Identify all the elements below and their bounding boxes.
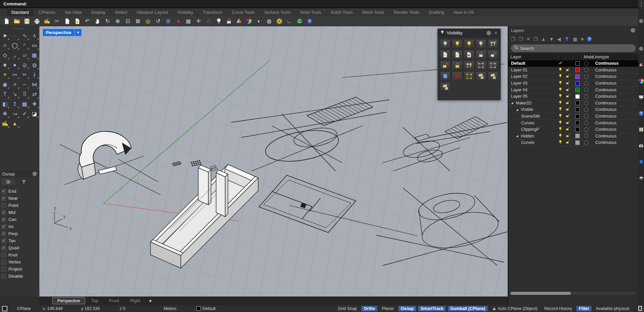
menu-tab-surface-tools[interactable]: Surface Tools <box>260 9 296 16</box>
zoom-window-icon[interactable]: ⊡ <box>124 17 132 25</box>
viewport-layout-icon[interactable]: ⊞ <box>164 17 172 25</box>
layer-lock-icon[interactable] <box>566 100 573 106</box>
layer-material-circle[interactable] <box>584 114 588 119</box>
save-icon[interactable] <box>23 17 31 25</box>
menu-tab-standard[interactable]: Standard <box>6 8 34 16</box>
visibility-state-b-button[interactable]: B <box>488 71 498 81</box>
move-up-icon[interactable]: ▲ <box>541 36 546 42</box>
viewport-title-label[interactable]: Perspective <box>43 29 74 36</box>
osnap-item-near[interactable]: ✓Near <box>1 195 39 202</box>
layer-color-swatch[interactable] <box>575 88 580 92</box>
hide-objects-button[interactable] <box>440 39 450 49</box>
layer-visibility-bulb-icon[interactable] <box>558 107 566 112</box>
select-locked-button[interactable] <box>488 61 498 70</box>
layer-material-circle[interactable] <box>584 81 588 86</box>
render-tab-icon[interactable] <box>639 57 644 73</box>
shaded-mode-icon[interactable]: ◐ <box>255 17 263 25</box>
layer-row-layer-02[interactable]: Layer 02Continuous <box>508 73 638 80</box>
solids-tool[interactable]: ◪ <box>30 109 39 119</box>
menu-tab-subd-tools[interactable]: SubD Tools <box>326 9 358 16</box>
circle-tool[interactable]: ○ <box>0 40 10 50</box>
layer-color-swatch[interactable] <box>575 74 580 79</box>
solid-tool[interactable]: ◧ <box>0 99 10 109</box>
curve-tool[interactable]: ∿ <box>20 31 30 40</box>
layer-row-layer-01[interactable]: Layer 01Continuous <box>508 67 638 74</box>
layer-row-make2d[interactable]: ◢Make2DContinuous <box>508 100 638 107</box>
layer-visibility-bulb-icon[interactable] <box>558 140 566 145</box>
unlock-objects-button[interactable] <box>488 50 498 59</box>
layer-material-circle[interactable] <box>584 127 588 132</box>
hatch-sketch[interactable] <box>416 117 507 144</box>
layer-linetype[interactable]: Continuous <box>593 101 638 105</box>
layer-visibility-bulb-icon[interactable] <box>558 94 566 99</box>
new-layer-icon[interactable]: ❒ <box>511 36 515 42</box>
ellipse-tool[interactable]: ◯ <box>10 40 20 50</box>
wireframe-cylinders[interactable] <box>376 188 507 266</box>
vehicle-icon[interactable]: ● <box>174 17 182 25</box>
osnap-checkbox-project[interactable] <box>1 267 6 272</box>
layer-material-circle[interactable] <box>584 121 588 125</box>
layer-linetype[interactable]: Continuous <box>593 134 638 138</box>
menu-tab-visibility[interactable]: Visibility <box>173 9 198 16</box>
status-memory[interactable]: Available physical <box>594 306 632 311</box>
layer-visibility-bulb-icon[interactable] <box>558 120 566 126</box>
menu-tab-viewport-layout[interactable]: Viewport Layout <box>132 9 173 16</box>
transform-tool[interactable]: ✥ <box>0 109 10 119</box>
scale-tool[interactable]: ↘ <box>10 89 20 99</box>
status-units[interactable]: Meters <box>148 306 192 311</box>
layer-lock-icon[interactable] <box>566 67 573 73</box>
add-clipping-button[interactable] <box>440 71 450 81</box>
layer-linetype[interactable]: Continuous <box>593 107 638 112</box>
point-tool[interactable]: ∙ <box>10 31 20 40</box>
ghosted-mode-icon[interactable]: ◍ <box>265 17 273 25</box>
show-selected-in-detail-button[interactable] <box>464 50 474 59</box>
new-sublayer-icon[interactable]: ❒ <box>519 36 523 42</box>
menu-tab-select[interactable]: Select <box>110 9 132 16</box>
render-icon[interactable] <box>235 17 243 25</box>
layer-visibility-bulb-icon[interactable] <box>558 100 566 106</box>
layer-row-hidden[interactable]: ◢HiddenContinuous <box>508 133 638 140</box>
print-icon[interactable] <box>33 17 41 25</box>
undo-icon[interactable]: ↶ <box>83 17 91 25</box>
join-tool[interactable]: ⋈ <box>30 80 39 89</box>
viewport-tab-perspective[interactable]: Perspective <box>52 297 85 304</box>
bend-tool[interactable]: ↝ <box>10 109 20 119</box>
status-auto-cplane[interactable]: Auto CPlane (Object) <box>490 306 540 311</box>
cut-icon[interactable]: ✂ <box>53 17 61 25</box>
viewport-tab-right[interactable]: Right <box>125 298 145 304</box>
select-tool[interactable]: ➤ <box>0 31 10 40</box>
help-tab-icon[interactable]: ? <box>639 105 644 121</box>
layer-linetype[interactable]: Continuous <box>593 74 638 79</box>
status-grid-snap[interactable]: Grid Snap <box>336 306 359 311</box>
osnap-item-end[interactable]: ✓End <box>1 188 39 195</box>
paste-icon[interactable] <box>73 17 81 25</box>
layer-color-swatch[interactable] <box>575 121 580 125</box>
layer-visibility-bulb-icon[interactable] <box>558 133 566 139</box>
status-coord-z[interactable]: z 0 <box>117 306 146 311</box>
remove-clipping-button[interactable] <box>452 71 462 81</box>
panel-gear-icon[interactable] <box>639 13 644 29</box>
layer-linetype[interactable]: Continuous <box>593 121 638 125</box>
viewport-title-caret-icon[interactable]: ▼ <box>74 29 81 36</box>
visibility-gear-icon[interactable] <box>486 30 492 36</box>
status-filter[interactable]: Filter <box>576 306 591 311</box>
solid-model[interactable] <box>60 131 161 195</box>
status-coord-y[interactable]: y 182.338 <box>79 306 115 311</box>
ellipse-sketch[interactable] <box>231 97 389 171</box>
osnap-checkbox-disable[interactable] <box>1 274 6 279</box>
torus-tool[interactable]: ◎ <box>20 60 30 70</box>
osnap-tab-snaps[interactable] <box>1 178 15 185</box>
layer-lock-icon[interactable] <box>566 140 573 145</box>
menu-tab-render-tools[interactable]: Render Tools <box>389 9 424 16</box>
new-file-icon[interactable] <box>3 17 10 25</box>
visibility-close-icon[interactable]: ✕ <box>494 31 498 35</box>
open-file-icon[interactable] <box>13 17 21 25</box>
delete-layer-icon[interactable]: ✕ <box>526 36 530 42</box>
capture-tab-icon[interactable] <box>639 137 644 154</box>
undo-view-icon[interactable]: ↺ <box>154 17 162 25</box>
swap-locked-button[interactable] <box>464 61 474 70</box>
status-smarttrack[interactable]: SmartTrack <box>418 306 446 311</box>
offset-tool[interactable]: ≡ <box>10 80 20 89</box>
help-icon[interactable]: ? <box>306 17 313 25</box>
layer-visibility-bulb-icon[interactable] <box>558 74 566 79</box>
